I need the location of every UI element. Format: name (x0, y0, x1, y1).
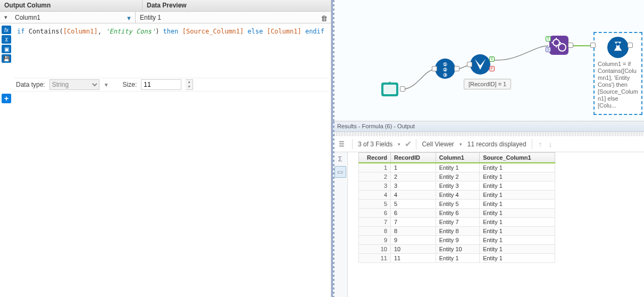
output-column-name: Column1 (15, 14, 40, 21)
fx-icon[interactable]: fx (2, 26, 11, 34)
table-row[interactable]: 77Entity 7Entity 1 (359, 218, 555, 227)
fields-count[interactable]: 3 of 3 Fields (357, 141, 394, 148)
cell-column1: Entity 1 (436, 254, 479, 263)
cell-source: Entity 1 (480, 245, 555, 254)
col-source[interactable]: Source_Column1 (480, 153, 555, 163)
cell-record: 8 (359, 227, 391, 236)
delete-icon[interactable]: 🗑 (321, 13, 328, 24)
filter-false-anchor[interactable]: F (489, 66, 495, 71)
config-header: Output Column Data Preview (0, 0, 331, 12)
filter-in-anchor[interactable] (467, 62, 472, 67)
cell-source: Entity 1 (480, 218, 555, 227)
up-arrow-icon[interactable]: ↑ (537, 140, 545, 148)
folder-icon[interactable]: ▣ (2, 45, 11, 53)
results-grip[interactable] (333, 132, 644, 136)
cell-record: 11 (359, 254, 391, 263)
multifield-t-anchor[interactable]: T (546, 36, 551, 42)
table-row[interactable]: 99Entity 9Entity 1 (359, 236, 555, 245)
formula-token: [Source_Column1] (182, 28, 244, 35)
cell-viewer-label[interactable]: Cell Viewer (421, 141, 455, 148)
cellviewer-dropdown-icon[interactable]: ▾ (457, 142, 464, 147)
table-row[interactable]: 22Entity 2Entity 1 (359, 172, 555, 182)
sigma-icon[interactable]: Σ (334, 153, 346, 165)
table-row[interactable]: 88Entity 8Entity 1 (359, 227, 555, 236)
output-column-select[interactable]: Column1 ▼ (12, 14, 135, 21)
formula-editor[interactable]: if Contains([Column1], 'Entity Cons') th… (14, 24, 329, 75)
formula-in-anchor[interactable] (590, 43, 596, 48)
multifield-out-anchor[interactable] (568, 43, 573, 48)
cell-column1: Entity 8 (436, 227, 479, 236)
filter-tool[interactable] (469, 53, 491, 76)
cell-column1: Entity 1 (436, 163, 479, 172)
cell-column1: Entity 3 (436, 182, 479, 191)
cell-recordid: 5 (391, 200, 436, 209)
formula-tool-container[interactable]: Column1 = if Contains([Column1], 'Entity… (593, 32, 642, 115)
formula-config-panel: Output Column Data Preview ▾ Column1 ▼ E… (0, 0, 331, 297)
formula-tool[interactable] (607, 36, 629, 59)
cell-source: Entity 1 (480, 172, 555, 182)
col-recordid[interactable]: RecordID (391, 153, 436, 163)
multifield-tool[interactable] (548, 34, 570, 56)
variable-icon[interactable]: X (2, 35, 11, 44)
input-tool[interactable] (379, 78, 401, 100)
table-row[interactable]: 11Entity 1Entity 1 (359, 163, 555, 172)
size-spinner[interactable]: ▲▼ (186, 79, 193, 90)
check-icon[interactable]: ✔ (405, 139, 412, 149)
table-row[interactable]: 1111Entity 1Entity 1 (359, 254, 555, 263)
cell-recordid: 11 (391, 254, 436, 263)
add-column-button[interactable]: + (2, 94, 11, 103)
table-row[interactable]: 1010Entity 10Entity 1 (359, 245, 555, 254)
formula-token: then (163, 28, 182, 35)
recordid-in-anchor[interactable] (432, 66, 437, 71)
formula-annotation: Column1 = if Contains([Column1], 'Entity… (598, 61, 638, 109)
cell-record: 1 (359, 163, 391, 172)
results-grid[interactable]: Record RecordID Column1 Source_Column1 1… (348, 152, 644, 297)
metadata-icon[interactable]: ▭ (334, 166, 346, 178)
fields-dropdown-icon[interactable]: ▾ (396, 142, 403, 147)
col-record[interactable]: Record (359, 153, 391, 163)
records-view-icon[interactable]: ☰ (335, 138, 348, 151)
formula-token: 'Entity Cons' (105, 28, 155, 35)
multifield-s-anchor[interactable]: S (546, 47, 551, 52)
table-row[interactable]: 33Entity 3Entity 1 (359, 182, 555, 191)
records-displayed: 11 records displayed (466, 141, 528, 148)
type-row: Data type: String ▼ Size: ▲▼ (14, 78, 329, 92)
input-out-anchor[interactable] (400, 86, 405, 92)
formula-token: [Column1] (267, 28, 302, 35)
table-row[interactable]: 66Entity 6Entity 1 (359, 209, 555, 218)
cell-source: Entity 1 (480, 200, 555, 209)
cell-recordid: 6 (391, 209, 436, 218)
save-icon[interactable]: 💾 (2, 54, 11, 63)
data-type-select[interactable]: String (49, 79, 99, 90)
size-label: Size: (123, 81, 137, 88)
workflow-canvas[interactable]: ①②③ T F [RecordID] = 1 T S Column1 = if … (331, 0, 644, 121)
cell-record: 5 (359, 200, 391, 209)
results-panel: Results - Formula (6) - Output ☰ 3 of 3 … (331, 121, 644, 297)
svg-text:③: ③ (443, 72, 447, 78)
table-row[interactable]: 55Entity 5Entity 1 (359, 200, 555, 209)
recordid-out-anchor[interactable] (454, 66, 459, 71)
col-column1[interactable]: Column1 (436, 153, 479, 163)
dropdown-icon: ▼ (126, 15, 132, 21)
formula-token: , (98, 28, 105, 35)
formula-out-anchor[interactable] (628, 43, 633, 48)
cell-column1: Entity 5 (436, 200, 479, 209)
results-table: Record RecordID Column1 Source_Column1 1… (358, 152, 555, 263)
cell-recordid: 8 (391, 227, 436, 236)
data-type-label: Data type: (16, 81, 45, 88)
cell-column1: Entity 9 (436, 236, 479, 245)
svg-point-18 (616, 43, 620, 46)
results-sidebar: Σ ▭ (333, 152, 348, 297)
svg-text:①: ① (443, 62, 447, 67)
cell-source: Entity 1 (480, 182, 555, 191)
preview-value: Entity 1 (140, 14, 161, 21)
collapse-icon[interactable]: ▾ (0, 14, 12, 21)
recordid-tool[interactable]: ①②③ (434, 57, 456, 80)
table-row[interactable]: 44Entity 4Entity 1 (359, 191, 555, 200)
filter-true-anchor[interactable]: T (489, 56, 495, 62)
cell-record: 4 (359, 191, 391, 200)
results-title: Results - Formula (6) - Output (333, 121, 644, 132)
size-input[interactable] (141, 79, 181, 90)
down-arrow-icon[interactable]: ↓ (547, 140, 555, 148)
cell-column1: Entity 10 (436, 245, 479, 254)
